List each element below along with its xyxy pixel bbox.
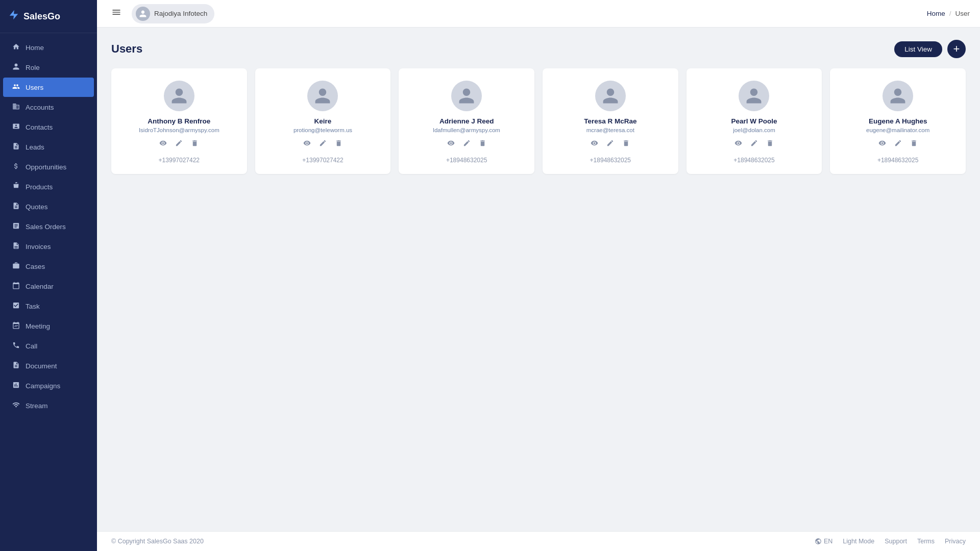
- sidebar-label-document: Document: [26, 362, 57, 370]
- avatar: [595, 81, 626, 111]
- sidebar-item-leads[interactable]: Leads: [3, 137, 94, 157]
- sidebar-item-call[interactable]: Call: [3, 336, 94, 356]
- delete-user-button[interactable]: [334, 138, 344, 149]
- sidebar-label-sales-orders: Sales Orders: [26, 223, 66, 231]
- view-user-button[interactable]: [446, 138, 456, 149]
- footer: © Copyright SalesGo Saas 2020 EN Light M…: [97, 531, 980, 551]
- sidebar-label-users: Users: [26, 84, 43, 91]
- sidebar-item-users[interactable]: Users: [3, 78, 94, 97]
- user-actions: [446, 138, 487, 149]
- user-email: IsidroTJohnson@armyspy.com: [139, 127, 219, 133]
- delete-user-button[interactable]: [621, 138, 631, 149]
- breadcrumb-home[interactable]: Home: [927, 10, 945, 17]
- sidebar-item-accounts[interactable]: Accounts: [3, 97, 94, 117]
- light-mode-link[interactable]: Light Mode: [843, 538, 874, 545]
- leads-icon: [11, 142, 20, 152]
- page-title: Users: [111, 42, 142, 56]
- topbar: Rajodiya Infotech Home / User: [97, 0, 980, 28]
- breadcrumb-separator: /: [949, 10, 951, 17]
- stream-icon: [11, 401, 20, 410]
- edit-user-button[interactable]: [318, 138, 328, 149]
- opportunities-icon: [11, 162, 20, 171]
- user-email: protiong@teleworm.us: [293, 127, 352, 133]
- sidebar-label-task: Task: [26, 303, 40, 310]
- user-card: Keire protiong@teleworm.us +13997027422: [255, 68, 391, 174]
- app-logo[interactable]: SalesGo: [0, 0, 97, 33]
- sidebar-label-role: Role: [26, 64, 40, 71]
- user-email: eugene@mailinator.com: [866, 127, 929, 133]
- user-name: Anthony B Renfroe: [148, 117, 210, 125]
- sidebar-item-calendar[interactable]: Calendar: [3, 277, 94, 296]
- sidebar-item-role[interactable]: Role: [3, 58, 94, 77]
- add-user-button[interactable]: +: [947, 40, 966, 58]
- sidebar-item-products[interactable]: Products: [3, 177, 94, 196]
- menu-toggle-button[interactable]: [107, 5, 126, 22]
- sidebar-label-stream: Stream: [26, 402, 48, 410]
- edit-user-button[interactable]: [893, 138, 903, 149]
- sidebar-item-invoices[interactable]: Invoices: [3, 237, 94, 256]
- user-email: ldafmullen@armyspy.com: [433, 127, 500, 133]
- sidebar-item-contacts[interactable]: Contacts: [3, 117, 94, 137]
- breadcrumb-current: User: [955, 10, 970, 17]
- sidebar-item-campaigns[interactable]: Campaigns: [3, 376, 94, 395]
- delete-user-button[interactable]: [909, 138, 919, 149]
- sidebar-item-quotes[interactable]: Quotes: [3, 197, 94, 216]
- user-actions: [877, 138, 919, 149]
- support-link[interactable]: Support: [885, 538, 907, 545]
- copyright-text: © Copyright SalesGo Saas 2020: [111, 538, 204, 545]
- user-name: Adrienne J Reed: [439, 117, 494, 125]
- edit-user-button[interactable]: [174, 138, 184, 149]
- terms-link[interactable]: Terms: [917, 538, 935, 545]
- user-actions: [733, 138, 775, 149]
- sidebar-label-calendar: Calendar: [26, 283, 54, 290]
- sidebar-item-stream[interactable]: Stream: [3, 396, 94, 415]
- delete-user-button[interactable]: [478, 138, 487, 149]
- sidebar-item-document[interactable]: Document: [3, 356, 94, 375]
- language-selector[interactable]: EN: [815, 538, 832, 545]
- org-selector[interactable]: Rajodiya Infotech: [132, 4, 214, 23]
- sales-orders-icon: [11, 222, 20, 231]
- user-actions: [590, 138, 631, 149]
- user-phone: +13997027422: [159, 157, 200, 164]
- sidebar-item-cases[interactable]: Cases: [3, 257, 94, 276]
- delete-user-button[interactable]: [765, 138, 775, 149]
- sidebar-item-task[interactable]: Task: [3, 296, 94, 316]
- user-actions: [158, 138, 200, 149]
- campaigns-icon: [11, 381, 20, 390]
- view-user-button[interactable]: [877, 138, 887, 149]
- sidebar-item-meeting[interactable]: Meeting: [3, 316, 94, 336]
- user-email: mcrae@teresa.cot: [586, 127, 634, 133]
- view-user-button[interactable]: [733, 138, 743, 149]
- edit-user-button[interactable]: [749, 138, 759, 149]
- list-view-button[interactable]: List View: [894, 41, 942, 57]
- avatar: [883, 81, 913, 111]
- delete-user-button[interactable]: [190, 138, 200, 149]
- user-phone: +18948632025: [877, 157, 918, 164]
- user-card: Anthony B Renfroe IsidroTJohnson@armyspy…: [111, 68, 247, 174]
- language-label: EN: [824, 538, 832, 545]
- sidebar-label-quotes: Quotes: [26, 203, 48, 211]
- user-name: Eugene A Hughes: [869, 117, 927, 125]
- products-icon: [11, 182, 20, 191]
- cases-icon: [11, 262, 20, 271]
- user-name: Keire: [314, 117, 332, 125]
- view-user-button[interactable]: [158, 138, 168, 149]
- logo-icon: [8, 9, 19, 23]
- task-icon: [11, 302, 20, 311]
- content-header: Users List View +: [111, 40, 966, 58]
- sidebar-item-opportunities[interactable]: Opportunities: [3, 157, 94, 177]
- edit-user-button[interactable]: [605, 138, 615, 149]
- privacy-link[interactable]: Privacy: [945, 538, 966, 545]
- users-icon: [11, 83, 20, 92]
- edit-user-button[interactable]: [462, 138, 472, 149]
- calendar-icon: [11, 282, 20, 291]
- avatar: [739, 81, 769, 111]
- view-user-button[interactable]: [590, 138, 599, 149]
- view-user-button[interactable]: [302, 138, 312, 149]
- sidebar-nav: Home Role Users Accounts Contacts: [0, 33, 97, 551]
- header-actions: List View +: [894, 40, 966, 58]
- sidebar-item-home[interactable]: Home: [3, 38, 94, 57]
- sidebar-item-sales-orders[interactable]: Sales Orders: [3, 217, 94, 236]
- main-area: Rajodiya Infotech Home / User Users List…: [97, 0, 980, 551]
- user-name: Pearl W Poole: [731, 117, 777, 125]
